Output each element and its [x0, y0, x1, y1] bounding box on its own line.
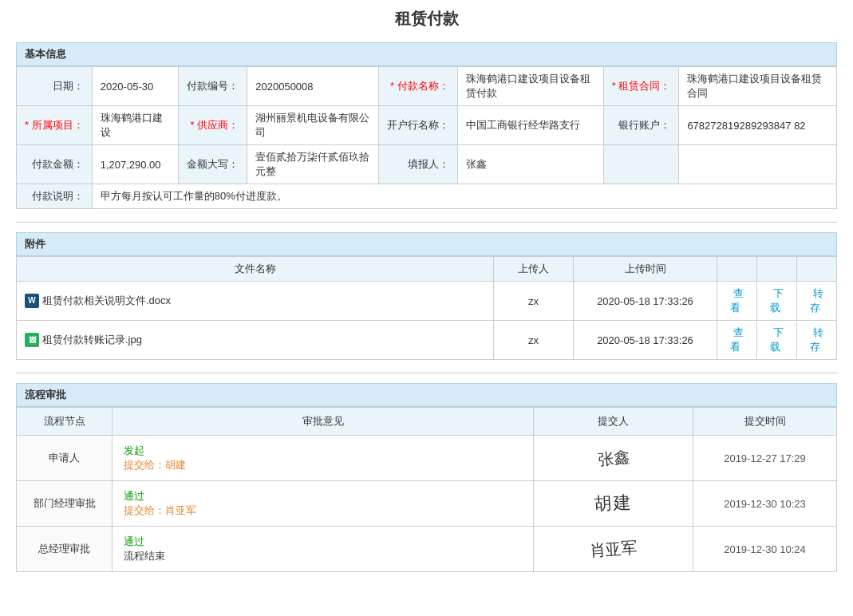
- col-upload-time: 上传时间: [574, 257, 717, 282]
- col-time: 提交时间: [693, 408, 837, 436]
- project-label: * 所属项目：: [17, 106, 93, 145]
- opinion-status: 通过: [124, 535, 144, 547]
- empty-label-1: [603, 145, 679, 184]
- attachment-row: W租赁付款相关说明文件.docxzx2020-05-18 17:33:26查看下…: [17, 282, 837, 321]
- signature-text: 张鑫: [596, 446, 630, 470]
- opinion-status: 发起: [124, 444, 144, 456]
- account-name-label: 开户行名称：: [378, 106, 457, 145]
- col-filename: 文件名称: [17, 257, 494, 282]
- date-label: 日期：: [17, 67, 93, 106]
- flow-node: 申请人: [17, 436, 113, 481]
- attachment-save-link[interactable]: 转存: [797, 321, 837, 360]
- col-node: 流程节点: [17, 408, 113, 436]
- basic-info-table: 日期： 2020-05-30 付款编号： 2020050008 * 付款名称： …: [16, 66, 837, 209]
- submit-to: 提交给：胡建: [124, 459, 186, 471]
- page-title: 租赁付款: [16, 8, 837, 30]
- attachment-table: 文件名称 上传人 上传时间 W租赁付款相关说明文件.docxzx2020-05-…: [16, 256, 837, 360]
- attachment-download-link[interactable]: 下载: [757, 321, 797, 360]
- flow-node: 部门经理审批: [17, 481, 113, 527]
- amount-label: 付款金额：: [17, 145, 93, 184]
- divider-2: [16, 373, 837, 373]
- col-action-download: [757, 257, 797, 282]
- supplier-value: 湖州丽景机电设备有限公司: [247, 106, 378, 145]
- flow-row: 申请人发起提交给：胡建张鑫2019-12-27 17:29: [17, 436, 837, 481]
- amount-big-value: 壹佰贰拾万柒仟贰佰玖拾元整: [247, 145, 378, 184]
- flow-end: 流程结束: [124, 550, 165, 562]
- payment-no-value: 2020050008: [247, 67, 378, 106]
- col-submitter: 提交人: [534, 408, 693, 436]
- image-icon: 🖼: [25, 333, 39, 347]
- divider-1: [16, 222, 837, 223]
- flow-signature: 张鑫: [534, 436, 693, 481]
- attachment-row: 🖼租赁付款转账记录.jpgzx2020-05-18 17:33:26查看下载转存: [17, 321, 837, 360]
- flow-opinion: 通过流程结束: [113, 527, 534, 572]
- contract-value: 珠海鹤港口建设项目设备租赁合同: [679, 67, 837, 106]
- attachment-file-name: 🖼租赁付款转账记录.jpg: [17, 321, 494, 360]
- signature-text: 胡建: [594, 491, 634, 516]
- basic-info-header: 基本信息: [16, 42, 837, 66]
- submit-to: 提交给：肖亚军: [124, 504, 196, 516]
- attachment-view-link[interactable]: 查看: [717, 282, 757, 321]
- flow-submit-time: 2019-12-30 10:23: [693, 481, 837, 527]
- flow-row: 总经理审批通过流程结束肖亚军2019-12-30 10:24: [17, 527, 837, 572]
- attachment-uploader: zx: [494, 282, 574, 321]
- attachment-uploader: zx: [494, 321, 574, 360]
- attachment-file-name: W租赁付款相关说明文件.docx: [17, 282, 494, 321]
- flow-signature: 胡建: [534, 481, 693, 527]
- col-action-save: [797, 257, 837, 282]
- flow-row: 部门经理审批通过提交给：肖亚军胡建2019-12-30 10:23: [17, 481, 837, 527]
- amount-value: 1,207,290.00: [92, 145, 179, 184]
- flow-opinion: 发起提交给：胡建: [113, 436, 534, 481]
- payment-no-label: 付款编号：: [179, 67, 247, 106]
- empty-value-1: [679, 145, 837, 184]
- signature-text: 肖亚军: [589, 536, 638, 561]
- attachment-save-link[interactable]: 转存: [797, 282, 837, 321]
- flow-header: 流程审批: [16, 383, 837, 407]
- note-label: 付款说明：: [17, 184, 93, 209]
- amount-big-label: 金额大写：: [179, 145, 247, 184]
- flow-submit-time: 2019-12-30 10:24: [693, 527, 837, 572]
- col-uploader: 上传人: [494, 257, 574, 282]
- filler-value: 张鑫: [457, 145, 603, 184]
- project-value: 珠海鹤港口建设: [92, 106, 179, 145]
- contract-label: * 租赁合同：: [603, 67, 679, 106]
- flow-node: 总经理审批: [17, 527, 113, 572]
- date-value: 2020-05-30: [92, 67, 179, 106]
- col-action-view: [717, 257, 757, 282]
- note-value: 甲方每月按认可工作量的80%付进度款。: [92, 184, 836, 209]
- flow-signature: 肖亚军: [534, 527, 693, 572]
- payment-name-value: 珠海鹤港口建设项目设备租赁付款: [457, 67, 603, 106]
- attachment-upload-time: 2020-05-18 17:33:26: [574, 321, 717, 360]
- opinion-status: 通过: [124, 490, 144, 502]
- account-name-value: 中国工商银行经华路支行: [457, 106, 603, 145]
- supplier-label: * 供应商：: [179, 106, 247, 145]
- attachment-header: 附件: [16, 232, 837, 256]
- bank-account-value: 678272819289293847 82: [679, 106, 837, 145]
- attachment-upload-time: 2020-05-18 17:33:26: [574, 282, 717, 321]
- col-opinion: 审批意见: [113, 408, 534, 436]
- flow-table: 流程节点 审批意见 提交人 提交时间 申请人发起提交给：胡建张鑫2019-12-…: [16, 407, 837, 572]
- bank-account-label: 银行账户：: [603, 106, 679, 145]
- flow-opinion: 通过提交给：肖亚军: [113, 481, 534, 527]
- attachment-download-link[interactable]: 下载: [757, 282, 797, 321]
- payment-name-label: * 付款名称：: [378, 67, 457, 106]
- attachment-view-link[interactable]: 查看: [717, 321, 757, 360]
- filler-label: 填报人：: [378, 145, 457, 184]
- word-icon: W: [25, 294, 39, 308]
- flow-submit-time: 2019-12-27 17:29: [693, 436, 837, 481]
